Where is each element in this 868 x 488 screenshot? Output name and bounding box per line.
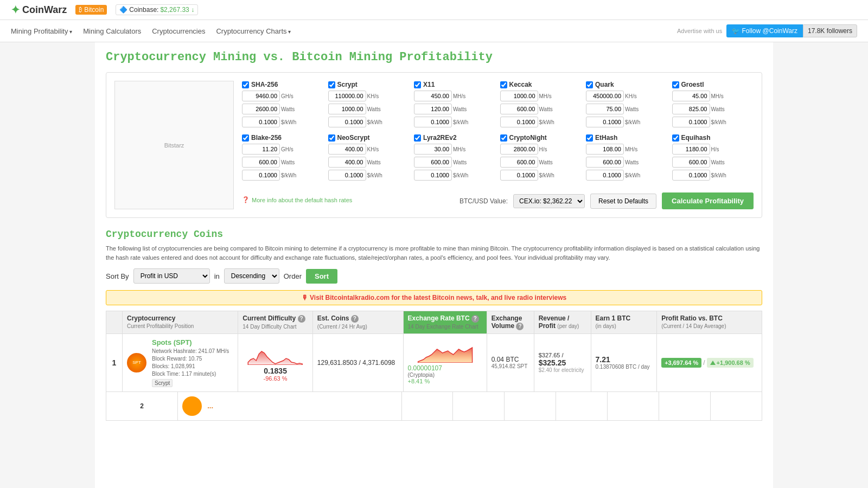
algo-input[interactable] xyxy=(586,157,624,168)
algo-input[interactable] xyxy=(586,91,624,101)
algo-input[interactable] xyxy=(500,104,538,114)
algo-input[interactable] xyxy=(242,170,280,181)
logo-icon: ✦ xyxy=(11,3,20,16)
algo-input[interactable] xyxy=(500,91,538,101)
algo-input[interactable] xyxy=(672,117,710,127)
algo-label-EtHash: EtHash xyxy=(586,134,668,142)
algo-unit: H/s xyxy=(711,146,726,152)
exchange-rate-help-icon[interactable]: ? xyxy=(471,315,479,323)
algo-input[interactable] xyxy=(672,104,710,114)
nav-crypto-charts[interactable]: Cryptocurrency Charts xyxy=(216,27,291,35)
algo-checkbox-Keccak[interactable] xyxy=(500,81,507,88)
algo-input[interactable] xyxy=(586,104,624,114)
algo-col-keccak: KeccakMH/sWatts$/kWh xyxy=(500,81,582,127)
algo-input[interactable] xyxy=(586,170,624,181)
algo-input[interactable] xyxy=(500,157,538,168)
algo-input[interactable] xyxy=(242,157,280,168)
electricity-cost: $2.40 for electricity xyxy=(539,367,586,373)
algo-input[interactable] xyxy=(328,91,366,101)
earn-btc-days: 7.21 xyxy=(596,355,653,364)
algo-input-row: Watts xyxy=(414,157,496,168)
algo-unit: $/kWh xyxy=(367,172,382,178)
algo-unit: $/kWh xyxy=(539,172,554,178)
algo-checkbox-X11[interactable] xyxy=(414,81,421,88)
algo-col-equihash: EquihashH/sWatts$/kWh xyxy=(672,134,754,181)
algo-input-row: KH/s xyxy=(328,91,410,101)
algo-input[interactable] xyxy=(242,104,280,114)
ad-text: Bitstarz xyxy=(164,142,184,149)
algo-input[interactable] xyxy=(328,144,366,155)
diff-cell-2 xyxy=(401,391,453,420)
twitter-follow-btn[interactable]: 🐦 Follow @CoinWarz xyxy=(726,24,803,37)
algo-input[interactable] xyxy=(672,91,710,101)
algo-unit: $/kWh xyxy=(281,119,296,125)
algo-input[interactable] xyxy=(328,117,366,127)
exchange-vol-help-icon[interactable]: ? xyxy=(516,323,524,330)
algo-checkbox-Lyra2REv2[interactable] xyxy=(414,134,421,142)
radio-banner[interactable]: 🎙 Visit Bitcointalkradio.com for the lat… xyxy=(106,290,762,305)
more-info-link[interactable]: ❓ More info about the default hash rates xyxy=(242,196,352,203)
algo-checkbox-Equihash[interactable] xyxy=(672,134,679,142)
sort-btn[interactable]: Sort xyxy=(306,269,337,284)
sort-select[interactable]: Profit in USD Profit Ratio vs BTC Revenu… xyxy=(133,268,210,284)
btcusd-select[interactable]: CEX.io: $2,362.22 xyxy=(513,194,585,208)
algo-input[interactable] xyxy=(672,170,710,181)
nav-cryptocurrencies[interactable]: Cryptocurrencies xyxy=(152,27,205,35)
order-select[interactable]: Descending Ascending xyxy=(224,268,279,284)
algo-unit: $/kWh xyxy=(539,119,554,125)
est-coins-help-icon[interactable]: ? xyxy=(351,315,359,323)
coinbase-badge: 🔷 Coinbase: $2,267.33 ↓ xyxy=(116,4,198,15)
algo-checkbox-CryptoNight[interactable] xyxy=(500,134,507,142)
algo-input[interactable] xyxy=(242,144,280,155)
algo-unit: MH/s xyxy=(453,93,468,99)
algo-input[interactable] xyxy=(500,117,538,127)
btc-badge[interactable]: ₿ Bitcoin xyxy=(75,5,107,15)
algo-input[interactable] xyxy=(414,117,452,127)
algo-input-row: Watts xyxy=(586,104,668,114)
algo-checkbox-SHA-256[interactable] xyxy=(242,81,249,88)
algo-input[interactable] xyxy=(414,170,452,181)
algo-input[interactable] xyxy=(414,91,452,101)
algo-input[interactable] xyxy=(586,144,624,155)
algo-input[interactable] xyxy=(500,170,538,181)
algo-label-Keccak: Keccak xyxy=(500,81,582,88)
profit-badge-avg: +1,900.68 % xyxy=(707,358,754,368)
algo-input-row: $/kWh xyxy=(328,170,410,181)
algo-col-neoscrypt: NeoScryptKH/sWatts$/kWh xyxy=(328,134,410,181)
algo-checkbox-NeoScrypt[interactable] xyxy=(328,134,335,142)
algo-checkbox-EtHash[interactable] xyxy=(586,134,593,142)
algo-checkbox-Scrypt[interactable] xyxy=(328,81,335,88)
algo-input[interactable] xyxy=(328,104,366,114)
advertise-text: Advertise with us xyxy=(677,28,722,34)
vol-cell-2 xyxy=(556,391,608,420)
algo-input[interactable] xyxy=(500,144,538,155)
algo-unit: Watts xyxy=(539,159,554,165)
algo-checkbox-Quark[interactable] xyxy=(586,81,593,88)
difficulty-help-icon[interactable]: ? xyxy=(298,315,305,323)
algo-input[interactable] xyxy=(672,157,710,168)
profit-badges: +3,697.64 % / +1,900.68 % xyxy=(661,358,757,368)
algo-input[interactable] xyxy=(242,117,280,127)
algo-unit: GH/s xyxy=(281,93,296,99)
algo-input[interactable] xyxy=(414,157,452,168)
profit-ratio-cell: +3,697.64 % / +1,900.68 % xyxy=(657,333,762,391)
algo-input[interactable] xyxy=(586,117,624,127)
algo-unit: KH/s xyxy=(367,93,382,99)
algo-input[interactable] xyxy=(672,144,710,155)
algo-checkbox-Groestl[interactable] xyxy=(672,81,679,88)
earn-cell-2 xyxy=(659,391,711,420)
reset-defaults-btn[interactable]: Reset to Defaults xyxy=(590,194,656,209)
algo-unit: MH/s xyxy=(453,146,468,152)
nav-mining-calculators[interactable]: Mining Calculators xyxy=(83,27,141,35)
algo-input[interactable] xyxy=(328,157,366,168)
algo-input-row: KH/s xyxy=(586,91,668,101)
algo-checkbox-Blake-256[interactable] xyxy=(242,134,249,142)
coin-name[interactable]: Spots (SPT) xyxy=(152,338,229,346)
algo-input[interactable] xyxy=(414,104,452,114)
algo-input[interactable] xyxy=(242,91,280,101)
algo-input[interactable] xyxy=(414,144,452,155)
calculate-profitability-btn[interactable]: Calculate Profitability xyxy=(662,192,754,209)
nav-mining-profitability[interactable]: Mining Profitability xyxy=(11,27,72,35)
algo-input[interactable] xyxy=(328,170,366,181)
algo-label-X11: X11 xyxy=(414,81,496,88)
